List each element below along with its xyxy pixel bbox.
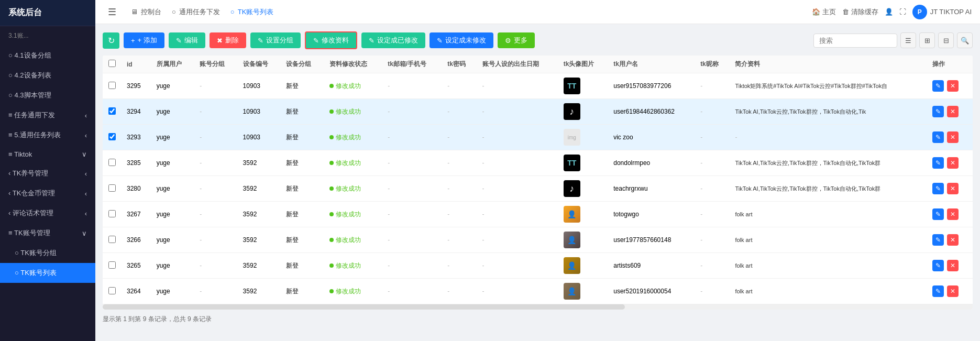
assign-group-button[interactable]: ✎ 设置分组 — [250, 32, 301, 48]
cell-id: 3295 — [122, 73, 151, 99]
row-delete-button[interactable]: ✕ — [947, 157, 959, 169]
col-bio: 简介资料 — [730, 56, 927, 73]
modify-info-button[interactable]: ✎ 修改资料 — [305, 31, 357, 49]
select-all-checkbox[interactable] — [108, 60, 116, 67]
column-settings-button[interactable]: ⊟ — [938, 32, 954, 48]
sidebar-item-3-1b[interactable]: 3.1账... — [0, 26, 95, 46]
table-scroll[interactable]: id 所属用户 账号分组 设备编号 设备分组 资料修改状态 tk邮箱/手机号 t… — [103, 56, 973, 304]
set-unmodified-button[interactable]: ✎ 设定成未修改 — [430, 32, 493, 48]
set-modified-button[interactable]: ✎ 设定成已修改 — [361, 32, 425, 48]
sidebar-item-tk-raise[interactable]: ‹ TK养号管理 ‹ — [0, 163, 95, 183]
cell-password: - — [442, 125, 477, 150]
refresh-button[interactable]: ↻ — [103, 32, 119, 49]
row-edit-button[interactable]: ✎ — [932, 106, 944, 117]
row-delete-button[interactable]: ✕ — [947, 106, 959, 117]
cell-username: user61984462860362 — [608, 99, 695, 125]
topbar-nav-task-dispatch[interactable]: ○ 通用任务下发 — [172, 7, 220, 17]
home-button[interactable]: 🏠 主页 — [812, 7, 836, 17]
grid-view-button[interactable]: ⊞ — [919, 32, 935, 48]
row-delete-button[interactable]: ✕ — [947, 183, 959, 194]
cell-birthday: - — [477, 176, 558, 202]
sidebar-item-tk-account[interactable]: ≡ TK账号管理 ∨ — [0, 223, 95, 243]
more-button[interactable]: ⚙ 更多 — [498, 32, 535, 48]
search-input[interactable] — [813, 34, 897, 48]
sidebar-item-4-2[interactable]: ○ 4.2设备列表 — [0, 65, 95, 85]
user-profile[interactable]: P JT TIKTOP AI — [912, 5, 972, 19]
row-checkbox[interactable] — [108, 133, 116, 140]
row-checkbox[interactable] — [108, 261, 116, 269]
row-edit-button[interactable]: ✎ — [932, 208, 944, 220]
row-checkbox[interactable] — [108, 287, 116, 294]
sidebar-item-common-tasks[interactable]: ≡ 5.通用任务列表 ‹ — [0, 125, 95, 145]
table-view-button[interactable]: ☰ — [900, 32, 916, 48]
cell-avatar: ♪ — [558, 99, 608, 125]
gear-icon: ⚙ — [505, 37, 511, 45]
row-edit-button[interactable]: ✎ — [932, 260, 944, 271]
row-checkbox[interactable] — [108, 107, 116, 115]
sidebar-item-tk-account-list[interactable]: ○ TK账号列表 — [0, 263, 95, 283]
cell-status: 修改成功 — [324, 73, 383, 99]
chevron-right-icon: ‹ — [85, 190, 87, 197]
fullscreen-button[interactable]: ⛶ — [899, 8, 906, 16]
hamburger-button[interactable]: ☰ — [104, 6, 120, 18]
sidebar-item-tiktok[interactable]: ≡ Tiktok ∨ — [0, 145, 95, 163]
row-edit-button[interactable]: ✎ — [932, 183, 944, 194]
row-checkbox-cell[interactable] — [103, 176, 122, 202]
row-edit-button[interactable]: ✎ — [932, 131, 944, 143]
row-checkbox-cell[interactable] — [103, 99, 122, 125]
row-checkbox[interactable] — [108, 210, 116, 217]
cell-bio: folk art — [730, 202, 927, 227]
edit-button[interactable]: ✎ 编辑 — [169, 32, 205, 48]
sidebar-item-label: ≡ 任务通用下发 — [8, 111, 55, 120]
row-checkbox-cell[interactable] — [103, 150, 122, 176]
row-edit-button[interactable]: ✎ — [932, 80, 944, 92]
row-delete-button[interactable]: ✕ — [947, 208, 959, 220]
sidebar-item-task-dispatch[interactable]: ≡ 任务通用下发 ‹ — [0, 105, 95, 125]
search-button[interactable]: 🔍 — [957, 32, 973, 48]
row-delete-button[interactable]: ✕ — [947, 80, 959, 92]
sidebar-item-tk-gold[interactable]: ‹ TK仓金币管理 ‹ — [0, 183, 95, 203]
row-edit-button[interactable]: ✎ — [932, 157, 944, 169]
select-all-header[interactable] — [103, 56, 122, 73]
row-checkbox[interactable] — [108, 236, 116, 243]
row-edit-button[interactable]: ✎ — [932, 285, 944, 297]
row-checkbox-cell[interactable] — [103, 279, 122, 304]
horizontal-scrollbar[interactable] — [103, 304, 973, 310]
fullscreen-icon: ⛶ — [899, 8, 906, 16]
sidebar-item-label: ≡ Tiktok — [8, 150, 32, 158]
sidebar-item-tk-account-group[interactable]: ○ TK账号分组 — [0, 243, 95, 263]
cell-status: 修改成功 — [324, 253, 383, 279]
row-checkbox-cell[interactable] — [103, 73, 122, 99]
topbar-nav-dashboard[interactable]: 🖥 控制台 — [131, 7, 161, 17]
row-delete-button[interactable]: ✕ — [947, 285, 959, 297]
sidebar-item-4-1[interactable]: ○ 4.1设备分组 — [0, 46, 95, 65]
cell-birthday: - — [477, 202, 558, 227]
row-checkbox-cell[interactable] — [103, 125, 122, 150]
clear-cache-button[interactable]: 🗑 清除缓存 — [842, 7, 878, 17]
avatar: P — [912, 5, 927, 19]
row-checkbox-cell[interactable] — [103, 202, 122, 227]
cell-bio: folk art — [730, 279, 927, 304]
cell-device-group: 新登 — [281, 279, 324, 304]
cell-device-group: 新登 — [281, 99, 324, 125]
row-delete-button[interactable]: ✕ — [947, 260, 959, 271]
cell-email: - — [382, 227, 442, 253]
row-checkbox[interactable] — [108, 184, 116, 192]
delete-button[interactable]: ✖ 删除 — [210, 32, 246, 48]
row-checkbox[interactable] — [108, 159, 116, 166]
row-checkbox[interactable] — [108, 82, 116, 89]
row-delete-button[interactable]: ✕ — [947, 234, 959, 246]
topbar-nav-tk-account-list[interactable]: ○ TK账号列表 — [230, 7, 273, 17]
cell-bio: folk art — [730, 253, 927, 279]
row-checkbox-cell[interactable] — [103, 253, 122, 279]
cell-nickname: - — [695, 279, 730, 304]
sidebar-item-4-3[interactable]: ○ 4.3脚本管理 — [0, 85, 95, 105]
add-button[interactable]: + + 添加 — [124, 32, 164, 48]
sidebar-item-comment[interactable]: ‹ 评论话术管理 ‹ — [0, 203, 95, 223]
user-icon-button[interactable]: 👤 — [885, 8, 893, 16]
row-checkbox-cell[interactable] — [103, 227, 122, 253]
cell-password: - — [442, 73, 477, 99]
topbar-nav-label: 控制台 — [141, 7, 161, 17]
row-edit-button[interactable]: ✎ — [932, 234, 944, 246]
row-delete-button[interactable]: ✕ — [947, 131, 959, 143]
